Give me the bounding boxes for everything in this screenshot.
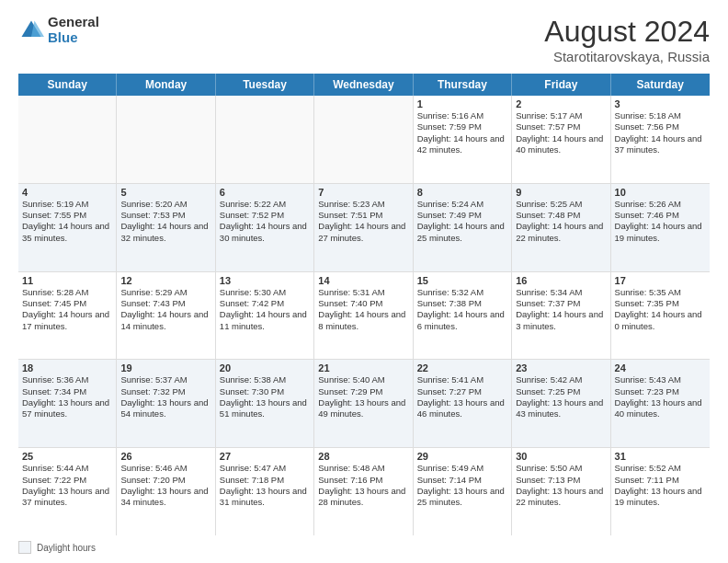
daylight: Daylight: 14 hours and 35 minutes. (22, 221, 112, 244)
sunrise: Sunrise: 5:32 AM (417, 287, 507, 298)
daylight: Daylight: 14 hours and 19 minutes. (615, 221, 706, 244)
sunrise: Sunrise: 5:16 AM (417, 110, 507, 121)
day-cell-30: 30Sunrise: 5:50 AMSunset: 7:13 PMDayligh… (512, 448, 610, 535)
daylight: Daylight: 14 hours and 14 minutes. (120, 309, 210, 332)
day-number: 7 (318, 187, 408, 198)
day-number: 22 (417, 362, 507, 373)
sunset: Sunset: 7:25 PM (516, 386, 606, 397)
day-number: 18 (22, 362, 112, 373)
daylight: Daylight: 14 hours and 22 minutes. (516, 221, 606, 244)
sunrise: Sunrise: 5:52 AM (615, 463, 706, 474)
daylight: Daylight: 14 hours and 6 minutes. (417, 309, 507, 332)
sunset: Sunset: 7:59 PM (417, 121, 507, 132)
day-cell-7: 7Sunrise: 5:23 AMSunset: 7:51 PMDaylight… (314, 184, 413, 271)
sunset: Sunset: 7:55 PM (22, 210, 112, 221)
sunrise: Sunrise: 5:23 AM (318, 199, 408, 210)
day-cell-9: 9Sunrise: 5:25 AMSunset: 7:48 PMDaylight… (512, 184, 610, 271)
sunrise: Sunrise: 5:19 AM (22, 199, 112, 210)
calendar-row-1: 4Sunrise: 5:19 AMSunset: 7:55 PMDaylight… (18, 184, 710, 272)
day-number: 19 (120, 362, 210, 373)
day-number: 4 (22, 187, 112, 198)
daylight: Daylight: 14 hours and 25 minutes. (417, 221, 507, 244)
sunrise: Sunrise: 5:31 AM (318, 287, 408, 298)
sunrise: Sunrise: 5:20 AM (120, 199, 210, 210)
sunrise: Sunrise: 5:44 AM (22, 463, 112, 474)
sunset: Sunset: 7:49 PM (417, 210, 507, 221)
daylight: Daylight: 14 hours and 32 minutes. (120, 221, 210, 244)
calendar: SundayMondayTuesdayWednesdayThursdayFrid… (18, 74, 710, 535)
sunset: Sunset: 7:56 PM (615, 121, 706, 132)
day-number: 20 (220, 362, 310, 373)
day-number: 3 (615, 98, 706, 109)
day-cell-29: 29Sunrise: 5:49 AMSunset: 7:14 PMDayligh… (414, 448, 512, 535)
sunrise: Sunrise: 5:47 AM (220, 463, 310, 474)
day-number: 25 (22, 451, 112, 462)
sunrise: Sunrise: 5:50 AM (516, 463, 606, 474)
day-cell-5: 5Sunrise: 5:20 AMSunset: 7:53 PMDaylight… (117, 184, 215, 271)
day-cell-2: 2Sunrise: 5:17 AMSunset: 7:57 PMDaylight… (512, 96, 610, 183)
sunset: Sunset: 7:22 PM (22, 475, 112, 486)
daylight: Daylight: 13 hours and 51 minutes. (220, 397, 310, 420)
sunrise: Sunrise: 5:46 AM (120, 463, 210, 474)
day-number: 13 (220, 275, 310, 286)
daylight: Daylight: 13 hours and 49 minutes. (318, 397, 408, 420)
empty-cell (216, 96, 314, 183)
daylight: Daylight: 14 hours and 40 minutes. (516, 133, 606, 156)
day-cell-24: 24Sunrise: 5:43 AMSunset: 7:23 PMDayligh… (611, 360, 710, 447)
day-cell-8: 8Sunrise: 5:24 AMSunset: 7:49 PMDaylight… (414, 184, 512, 271)
sunrise: Sunrise: 5:37 AM (120, 374, 210, 385)
sunset: Sunset: 7:57 PM (516, 121, 606, 132)
day-number: 26 (120, 451, 210, 462)
day-cell-18: 18Sunrise: 5:36 AMSunset: 7:34 PMDayligh… (18, 360, 117, 447)
day-cell-3: 3Sunrise: 5:18 AMSunset: 7:56 PMDaylight… (611, 96, 710, 183)
day-number: 1 (417, 98, 507, 109)
calendar-header: SundayMondayTuesdayWednesdayThursdayFrid… (18, 74, 710, 96)
sunset: Sunset: 7:40 PM (318, 298, 408, 309)
sunrise: Sunrise: 5:35 AM (615, 287, 706, 298)
sunrise: Sunrise: 5:49 AM (417, 463, 507, 474)
logo-general-text: General (48, 15, 99, 30)
sunrise: Sunrise: 5:40 AM (318, 374, 408, 385)
sunrise: Sunrise: 5:22 AM (220, 199, 310, 210)
daylight: Daylight: 14 hours and 42 minutes. (417, 133, 507, 156)
day-cell-31: 31Sunrise: 5:52 AMSunset: 7:11 PMDayligh… (611, 448, 710, 535)
day-cell-28: 28Sunrise: 5:48 AMSunset: 7:16 PMDayligh… (314, 448, 413, 535)
daylight: Daylight: 13 hours and 40 minutes. (615, 397, 706, 420)
daylight: Daylight: 13 hours and 37 minutes. (22, 486, 112, 509)
day-cell-14: 14Sunrise: 5:31 AMSunset: 7:40 PMDayligh… (314, 272, 413, 360)
day-cell-26: 26Sunrise: 5:46 AMSunset: 7:20 PMDayligh… (117, 448, 215, 535)
day-cell-15: 15Sunrise: 5:32 AMSunset: 7:38 PMDayligh… (414, 272, 512, 360)
day-number: 29 (417, 451, 507, 462)
daylight-label: Daylight hours (37, 543, 96, 553)
sunrise: Sunrise: 5:25 AM (516, 199, 606, 210)
day-number: 14 (318, 275, 408, 286)
calendar-row-4: 25Sunrise: 5:44 AMSunset: 7:22 PMDayligh… (18, 448, 710, 535)
daylight: Daylight: 14 hours and 37 minutes. (615, 133, 706, 156)
logo-blue-text: Blue (48, 30, 99, 46)
sunrise: Sunrise: 5:30 AM (220, 287, 310, 298)
day-cell-1: 1Sunrise: 5:16 AMSunset: 7:59 PMDaylight… (414, 96, 512, 183)
sunset: Sunset: 7:35 PM (615, 298, 706, 309)
sunset: Sunset: 7:51 PM (318, 210, 408, 221)
day-number: 6 (220, 187, 310, 198)
day-cell-12: 12Sunrise: 5:29 AMSunset: 7:43 PMDayligh… (117, 272, 215, 360)
sunset: Sunset: 7:11 PM (615, 475, 706, 486)
daylight: Daylight: 14 hours and 8 minutes. (318, 309, 408, 332)
weekday-header-thursday: Thursday (414, 74, 512, 96)
daylight: Daylight: 14 hours and 30 minutes. (220, 221, 310, 244)
calendar-row-3: 18Sunrise: 5:36 AMSunset: 7:34 PMDayligh… (18, 360, 710, 448)
sunrise: Sunrise: 5:28 AM (22, 287, 112, 298)
day-number: 24 (615, 362, 706, 373)
sunset: Sunset: 7:29 PM (318, 386, 408, 397)
calendar-row-2: 11Sunrise: 5:28 AMSunset: 7:45 PMDayligh… (18, 272, 710, 361)
daylight: Daylight: 14 hours and 3 minutes. (516, 309, 606, 332)
footer: Daylight hours (18, 541, 710, 554)
day-number: 8 (417, 187, 507, 198)
page: General Blue August 2024 Starotitarovska… (0, 0, 728, 563)
day-number: 23 (516, 362, 606, 373)
daylight: Daylight: 14 hours and 27 minutes. (318, 221, 408, 244)
daylight: Daylight: 13 hours and 54 minutes. (120, 397, 210, 420)
day-number: 2 (516, 98, 606, 109)
weekday-header-wednesday: Wednesday (314, 74, 413, 96)
title-block: August 2024 Starotitarovskaya, Russia (544, 15, 710, 64)
